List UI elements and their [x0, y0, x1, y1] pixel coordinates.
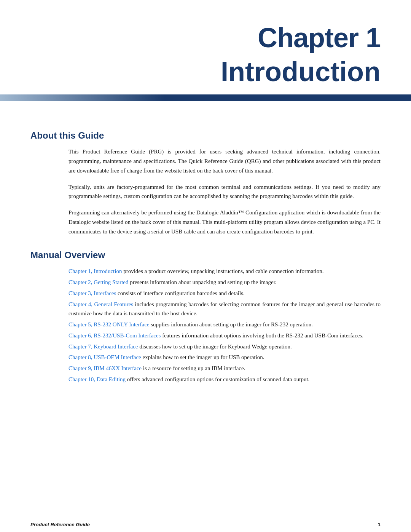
about-paragraph-3: Programming can alternatively be perform…: [68, 208, 381, 236]
chapter-link-4[interactable]: Chapter 4, General Features: [68, 301, 133, 307]
overview-item: Chapter 3, Interfaces consists of interf…: [68, 289, 381, 298]
chapter-number: Chapter 1: [30, 23, 381, 53]
chapter-link-7[interactable]: Chapter 7, Keyboard Interface: [68, 343, 138, 350]
chapter-desc-9: is a resource for setting up an IBM inte…: [142, 365, 245, 371]
chapter-desc-10: offers advanced configuration options fo…: [126, 376, 309, 382]
overview-heading: Manual Overview: [30, 250, 381, 260]
about-paragraph-1: This Product Reference Guide (PRG) is pr…: [68, 147, 381, 175]
about-heading: About this Guide: [30, 130, 381, 141]
overview-item: Chapter 9, IBM 46XX Interface is a resou…: [68, 364, 381, 373]
header-decorative-bar: [0, 94, 411, 101]
chapter-link-2[interactable]: Chapter 2, Getting Started: [68, 279, 128, 285]
overview-list: Chapter 1, Introduction provides a produ…: [68, 267, 381, 384]
chapter-desc-7: discusses how to set up the imager for K…: [138, 343, 292, 350]
chapter-desc-8: explains how to set the imager up for US…: [141, 354, 264, 360]
chapter-header: Chapter 1 Introduction: [0, 0, 411, 87]
header-bar-fill: [0, 94, 411, 101]
chapter-link-6[interactable]: Chapter 6, RS-232/USB-Com Interfaces: [68, 332, 161, 339]
overview-item: Chapter 2, Getting Started presents info…: [68, 278, 381, 287]
about-paragraph-2: Typically, units are factory-programmed …: [68, 182, 381, 201]
chapter-title: Introduction: [30, 57, 381, 87]
chapter-link-3[interactable]: Chapter 3, Interfaces: [68, 290, 116, 296]
chapter-desc-1: provides a product overview, unpacking i…: [122, 268, 323, 274]
overview-item: Chapter 10, Data Editing offers advanced…: [68, 375, 381, 384]
chapter-link-10[interactable]: Chapter 10, Data Editing: [68, 376, 126, 382]
about-section: About this Guide This Product Reference …: [30, 130, 381, 236]
page: Chapter 1 Introduction About this Guide …: [0, 0, 411, 532]
overview-section: Manual Overview Chapter 1, Introduction …: [30, 250, 381, 384]
overview-item: Chapter 5, RS-232 ONLY Interface supplie…: [68, 320, 381, 329]
chapter-desc-3: consists of interface configuration barc…: [116, 290, 244, 296]
overview-item: Chapter 1, Introduction provides a produ…: [68, 267, 381, 276]
main-content: About this Guide This Product Reference …: [0, 101, 411, 416]
chapter-link-5[interactable]: Chapter 5, RS-232 ONLY Interface: [68, 321, 149, 328]
chapter-desc-6: features information about options invol…: [161, 332, 363, 339]
chapter-link-1[interactable]: Chapter 1, Introduction: [68, 268, 122, 274]
footer-page-number: 1: [378, 522, 381, 527]
page-footer: Product Reference Guide 1: [0, 517, 411, 532]
chapter-desc-5: supplies information about setting up th…: [149, 321, 313, 328]
chapter-link-8[interactable]: Chapter 8, USB-OEM Interface: [68, 354, 141, 360]
overview-item: Chapter 7, Keyboard Interface discusses …: [68, 342, 381, 351]
overview-item: Chapter 6, RS-232/USB-Com Interfaces fea…: [68, 331, 381, 340]
chapter-link-9[interactable]: Chapter 9, IBM 46XX Interface: [68, 365, 142, 371]
overview-item: Chapter 4, General Features includes pro…: [68, 300, 381, 319]
footer-guide-label: Product Reference Guide: [30, 522, 90, 527]
overview-item: Chapter 8, USB-OEM Interface explains ho…: [68, 353, 381, 362]
chapter-desc-2: presents information about unpacking and…: [128, 279, 276, 285]
